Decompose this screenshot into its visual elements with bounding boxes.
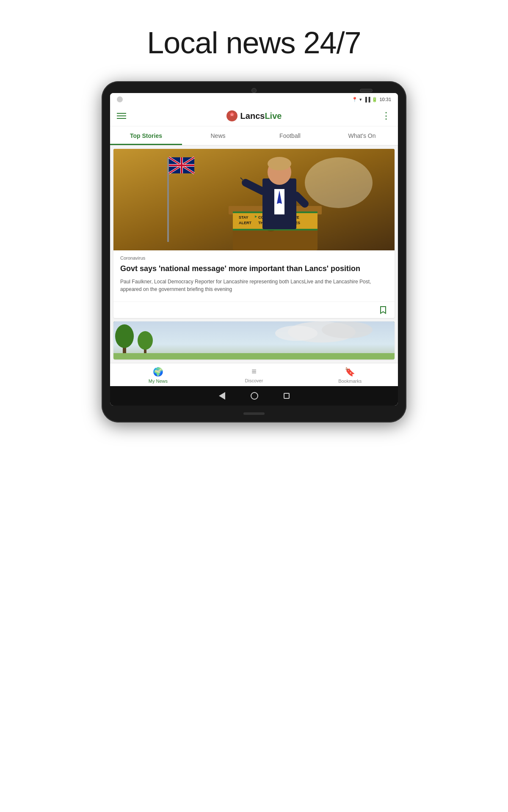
svg-text:STAY: STAY (239, 215, 248, 219)
article-image: STAY ALERT ▶ CONTROL THE VIRUS ▶ SAVE LI… (113, 149, 395, 250)
svg-point-39 (322, 321, 373, 338)
svg-point-40 (275, 326, 318, 341)
bottom-nav-discover[interactable]: ≡ Discover (206, 367, 302, 384)
globe-icon: 🌍 (153, 367, 163, 377)
camera (251, 88, 257, 93)
android-navigation-bar (110, 386, 398, 406)
tablet-screen: 📍 ▾ ▐▐ 🔋 10:31 (110, 93, 398, 406)
bottom-nav-my-news[interactable]: 🌍 My News (110, 367, 206, 384)
tablet-home-button (243, 412, 265, 415)
tab-news[interactable]: News (182, 126, 254, 145)
my-news-label: My News (149, 379, 168, 384)
bookmarks-label: Bookmarks (338, 379, 362, 384)
article-excerpt: Paul Faulkner, Local Democracy Reporter … (120, 278, 388, 293)
svg-point-44 (138, 331, 153, 350)
speaker (360, 89, 373, 92)
status-icons: 📍 ▾ ▐▐ 🔋 10:31 (352, 97, 391, 102)
bottom-navigation: 🌍 My News ≡ Discover 🔖 Bookmarks (110, 363, 398, 386)
battery-icon: 🔋 (372, 97, 378, 102)
logo-text: LancsLive (240, 111, 282, 121)
list-icon: ≡ (251, 367, 257, 376)
android-recent-button[interactable] (284, 393, 290, 399)
svg-rect-5 (167, 157, 169, 242)
svg-point-4 (305, 157, 373, 208)
status-bar: 📍 ▾ ▐▐ 🔋 10:31 (110, 93, 398, 106)
tab-whats-on[interactable]: What's On (326, 126, 398, 145)
location-icon: 📍 (352, 97, 358, 102)
status-indicator (117, 96, 123, 102)
article-body: Coronavirus Govt says 'national message'… (113, 250, 395, 302)
svg-rect-45 (113, 353, 395, 359)
rose-logo-icon (226, 110, 238, 122)
article-title[interactable]: Govt says 'national message' more import… (120, 264, 388, 274)
logo: LancsLive (226, 110, 282, 122)
article-footer (113, 302, 395, 318)
nav-tabs: Top Stories News Football What's On (110, 126, 398, 145)
menu-button[interactable] (117, 113, 126, 119)
bottom-nav-bookmarks[interactable]: 🔖 Bookmarks (302, 367, 398, 384)
svg-point-42 (115, 324, 134, 348)
svg-point-31 (268, 157, 291, 170)
android-back-button[interactable] (219, 392, 225, 400)
time-display: 10:31 (379, 97, 391, 102)
android-home-button[interactable] (251, 392, 258, 400)
bookmark-button[interactable] (378, 305, 388, 315)
wifi-icon: ▾ (359, 97, 362, 102)
app-header: LancsLive ⋮ (110, 106, 398, 126)
main-article-card: STAY ALERT ▶ CONTROL THE VIRUS ▶ SAVE LI… (113, 149, 395, 318)
discover-label: Discover (245, 378, 263, 383)
preview-image (113, 321, 395, 359)
bookmarks-icon: 🔖 (345, 367, 355, 377)
second-article-card[interactable] (113, 321, 395, 359)
svg-text:ALERT: ALERT (239, 221, 251, 225)
tab-football[interactable]: Football (254, 126, 326, 145)
content-area: STAY ALERT ▶ CONTROL THE VIRUS ▶ SAVE LI… (110, 145, 398, 363)
article-category: Coronavirus (120, 255, 388, 261)
more-options-button[interactable]: ⋮ (381, 110, 391, 121)
tablet-device: 📍 ▾ ▐▐ 🔋 10:31 (102, 81, 406, 422)
tab-top-stories[interactable]: Top Stories (110, 126, 182, 145)
page-title: Local news 24/7 (147, 25, 361, 60)
signal-icon: ▐▐ (364, 97, 370, 102)
